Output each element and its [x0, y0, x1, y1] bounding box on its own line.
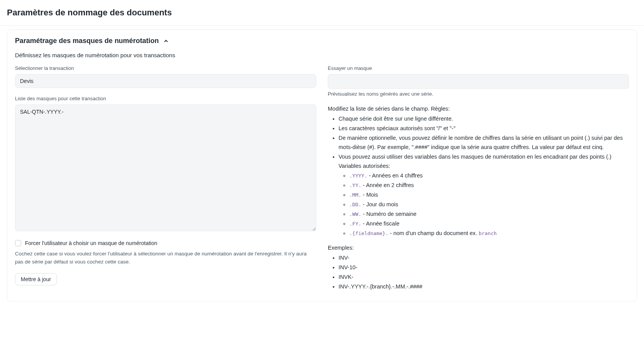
examples-label: Exemples:	[328, 244, 629, 253]
series-list-textarea[interactable]	[15, 104, 316, 231]
section-header[interactable]: Paramétrage des masques de numérotation	[15, 37, 629, 45]
rules-intro: Modifiez la liste de séries dans le cham…	[328, 104, 629, 114]
naming-series-card: Paramétrage des masques de numérotation …	[7, 30, 637, 302]
var-item: .WW. - Numéro de semaine	[349, 210, 629, 219]
example-item: INVK-	[339, 273, 629, 282]
content-wrapper: Paramétrage des masques de numérotation …	[0, 26, 644, 305]
var-item: .FY. - Année fiscale	[349, 219, 629, 229]
vars-list: .YYYY. - Années en 4 chiffres .YY. - Ann…	[339, 171, 629, 238]
left-column: Sélectionner la transaction Liste des ma…	[15, 65, 316, 292]
page-title: Paramètres de nommage des documents	[7, 8, 637, 18]
right-column: Essayer un masque Prévisualisez les noms…	[328, 65, 629, 292]
example-item: INV-10-	[339, 263, 629, 272]
series-list-label: Liste des masques pour cette transaction	[15, 96, 316, 101]
transaction-select-label: Sélectionner la transaction	[15, 65, 316, 71]
rule-item: Les caractères spéciaux autorisés sont "…	[339, 124, 629, 133]
example-item: INV-.YYYY.-.{branch}.-.MM.-.####	[339, 282, 629, 292]
var-item: .YY. - Année en 2 chiffres	[349, 181, 629, 190]
section-title: Paramétrage des masques de numérotation	[15, 37, 159, 45]
rules-block: Modifiez la liste de séries dans le cham…	[328, 104, 629, 292]
rule-item-vars: Vous pouvez aussi utiliser des variables…	[339, 152, 629, 238]
var-item: .YYYY. - Années en 4 chiffres	[349, 171, 629, 181]
force-naming-help: Cochez cette case si vous voulez forcer …	[15, 250, 316, 266]
page-header: Paramètres de nommage des documents	[0, 0, 644, 26]
transaction-select[interactable]	[15, 74, 316, 88]
rule-item: De manière optionnelle, vous pouvez défi…	[339, 134, 629, 152]
var-item: .{fieldname}. - nom d'un champ du docume…	[349, 229, 629, 238]
try-series-help: Prévisualisez les noms générés avec une …	[328, 91, 629, 97]
example-item: INV-	[339, 254, 629, 263]
update-button[interactable]: Mettre à jour	[15, 273, 57, 285]
examples-list: INV- INV-10- INVK- INV-.YYYY.-.{branch}.…	[328, 254, 629, 292]
try-series-input[interactable]	[328, 74, 629, 89]
try-series-label: Essayer un masque	[328, 65, 629, 71]
force-naming-label[interactable]: Forcer l'utilisateur à choisir un masque…	[25, 240, 157, 246]
rules-list: Chaque série doit être sur une ligne dif…	[328, 114, 629, 238]
force-naming-checkbox[interactable]	[15, 240, 21, 246]
var-item: .DD. - Jour du mois	[349, 200, 629, 209]
chevron-up-icon	[163, 38, 169, 44]
rule-item: Chaque série doit être sur une ligne dif…	[339, 114, 629, 124]
var-item: .MM. - Mois	[349, 191, 629, 200]
section-subheading: Définissez les masques de numérotation p…	[15, 52, 629, 58]
